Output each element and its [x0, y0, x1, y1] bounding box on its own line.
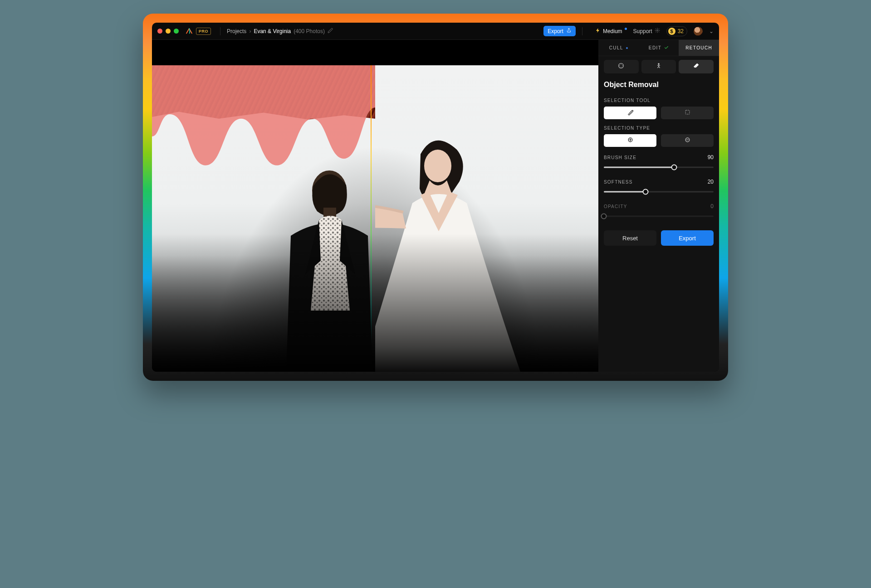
export-button[interactable]: Export — [543, 26, 576, 36]
panel-title: Object Removal — [604, 81, 714, 89]
subject-bride — [375, 127, 520, 372]
svg-rect-8 — [685, 110, 690, 114]
support-link[interactable]: Support — [633, 28, 660, 34]
opacity-label: OPACITY — [604, 204, 627, 209]
breadcrumb: Projects › Evan & Virginia (400 Photos) — [227, 28, 333, 35]
app-logo[interactable]: PRO — [185, 27, 211, 35]
share-icon — [566, 28, 572, 34]
selection-mask — [152, 65, 375, 181]
tab-cull-label: CULL — [609, 45, 623, 50]
plus-circle-icon — [627, 136, 634, 145]
aftershoot-logo-icon — [185, 27, 193, 35]
coin-icon: $ — [668, 28, 675, 35]
photo-preview — [152, 65, 598, 372]
subject-groom — [268, 159, 386, 372]
selection-tool-brush[interactable] — [604, 107, 656, 119]
tool-eraser-button[interactable] — [679, 60, 714, 73]
tool-subject-button[interactable] — [641, 60, 676, 73]
eraser-icon — [693, 62, 700, 71]
svg-rect-2 — [323, 208, 336, 217]
brush-size-label: BRUSH SIZE — [604, 155, 636, 160]
svg-point-5 — [424, 150, 451, 182]
breadcrumb-meta: (400 Photos) — [294, 28, 325, 34]
softness-value: 20 — [708, 179, 714, 185]
close-icon[interactable] — [157, 29, 162, 34]
mode-tabs: CULL EDIT RETOUCH — [598, 40, 719, 56]
avatar[interactable] — [694, 27, 703, 36]
chevron-right-icon: › — [249, 28, 251, 34]
selection-type-segment — [604, 134, 714, 147]
tab-cull[interactable]: CULL — [598, 40, 639, 56]
divider — [220, 27, 220, 35]
tab-edit[interactable]: EDIT — [639, 40, 679, 56]
reset-button-label: Reset — [622, 235, 638, 242]
zoom-icon[interactable] — [174, 29, 179, 34]
person-icon — [655, 62, 662, 71]
panel-actions: Reset Export — [604, 230, 714, 246]
svg-point-0 — [656, 30, 658, 31]
tab-retouch-label: RETOUCH — [685, 45, 712, 50]
selection-type-add[interactable] — [604, 134, 656, 147]
brush-icon — [627, 109, 634, 117]
canvas[interactable] — [152, 40, 598, 372]
tool-auto-button[interactable] — [604, 60, 639, 73]
pencil-icon[interactable] — [328, 28, 333, 35]
main: CULL EDIT RETOUCH — [152, 40, 719, 372]
selection-tool-label: SELECTION TOOL — [604, 98, 714, 103]
check-icon — [664, 45, 669, 51]
rainbow-frame: PRO Projects › Evan & Virginia (400 Phot… — [143, 14, 728, 381]
chevron-down-icon[interactable]: ⌄ — [709, 28, 714, 34]
svg-point-7 — [658, 63, 659, 64]
minimize-icon[interactable] — [166, 29, 171, 34]
credits-pill[interactable]: $ 32 — [666, 26, 687, 36]
selection-tool-box[interactable] — [661, 107, 714, 119]
speed-toggle[interactable]: Medium — [595, 28, 627, 34]
breadcrumb-current[interactable]: Evan & Virginia — [254, 28, 291, 34]
svg-point-1 — [312, 170, 347, 210]
tab-retouch[interactable]: RETOUCH — [679, 40, 719, 56]
titlebar-right: Medium Support $ 32 ⌄ — [595, 26, 714, 36]
export-button-label: Export — [679, 235, 696, 242]
export-button[interactable]: Export — [661, 230, 714, 246]
tab-edit-label: EDIT — [649, 45, 661, 50]
pro-badge: PRO — [196, 28, 211, 35]
softness-label: SOFTNESS — [604, 180, 633, 185]
titlebar: PRO Projects › Evan & Virginia (400 Phot… — [152, 23, 719, 40]
retouch-tool-row — [598, 60, 719, 73]
indicator-dot-icon — [626, 47, 628, 49]
sparkle-icon — [617, 62, 625, 71]
selection-type-subtract[interactable] — [661, 134, 714, 147]
divider — [582, 27, 582, 35]
export-button-label: Export — [548, 28, 563, 34]
gear-icon — [655, 28, 660, 34]
opacity-value: 0 — [710, 203, 714, 209]
sidebar: CULL EDIT RETOUCH — [598, 40, 719, 372]
support-label: Support — [633, 28, 652, 34]
brush-size-slider[interactable] — [604, 163, 714, 171]
brush-size-value: 90 — [708, 154, 714, 160]
window-controls — [157, 29, 179, 34]
speed-label: Medium — [603, 28, 622, 34]
softness-slider[interactable] — [604, 188, 714, 196]
selection-tool-segment — [604, 107, 714, 119]
selection-type-label: SELECTION TYPE — [604, 126, 714, 131]
reset-button[interactable]: Reset — [604, 230, 656, 246]
marquee-icon — [684, 109, 691, 117]
credits-value: 32 — [678, 28, 684, 34]
opacity-slider[interactable] — [604, 212, 714, 220]
app-window: PRO Projects › Evan & Virginia (400 Phot… — [152, 23, 719, 372]
bolt-icon — [595, 28, 601, 34]
indicator-dot-icon — [625, 28, 627, 30]
foliage-illustration — [152, 65, 375, 151]
compare-slider[interactable] — [371, 65, 372, 372]
breadcrumb-root[interactable]: Projects — [227, 28, 246, 34]
minus-circle-icon — [684, 136, 691, 145]
